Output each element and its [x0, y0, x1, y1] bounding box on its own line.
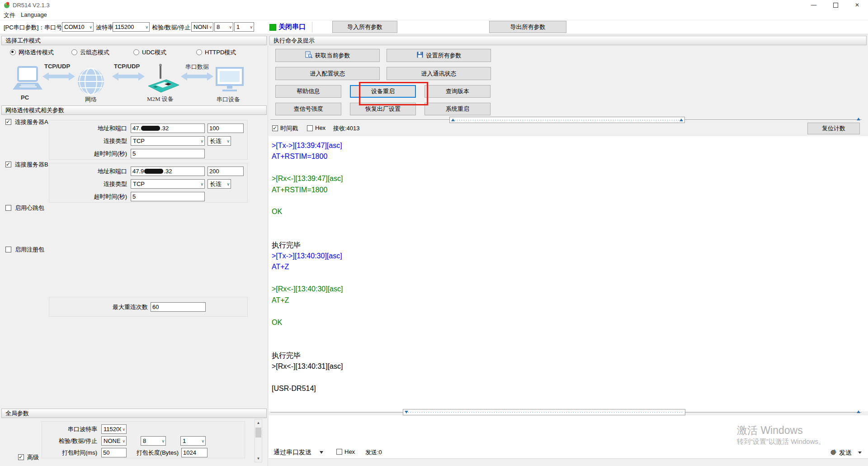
log-line: >[Tx->][13:40:30][asc]	[272, 251, 343, 262]
pack-length-input[interactable]: 1024	[181, 448, 208, 457]
heartbeat-checkbox[interactable]	[5, 205, 11, 211]
import-params-button[interactable]: 导入所有参数	[332, 21, 397, 33]
server-a-checkbox[interactable]	[5, 119, 11, 125]
global-databits-select[interactable]: 8∨	[141, 436, 166, 446]
log-line: 执行完毕	[272, 240, 343, 251]
stopbits-select[interactable]: 1∨	[234, 22, 254, 32]
server-a-timeout-label: 超时时间(秒)	[49, 150, 127, 158]
radio-cloud-mode[interactable]	[71, 49, 77, 55]
menu-language[interactable]: Language	[21, 11, 47, 18]
server-a-timeout-input[interactable]: 5	[131, 149, 205, 158]
baud-select[interactable]: 115200∨	[113, 22, 150, 32]
com-port-select[interactable]: COM10∨	[62, 22, 94, 32]
scroll-down-icon[interactable]: ▼	[255, 455, 262, 462]
server-a-address-input[interactable]: 47..32	[131, 124, 205, 133]
server-a-keepalive-select[interactable]: 长连∨	[208, 136, 231, 146]
sent-count: 发送:0	[365, 448, 382, 456]
log-line: AT+Z	[272, 295, 343, 306]
menu-file[interactable]: 文件	[4, 11, 15, 19]
system-restart-button[interactable]: 系统重启	[425, 103, 491, 115]
close-port-button[interactable]: 关闭串口	[278, 23, 306, 31]
send-caret-icon[interactable]	[858, 452, 862, 454]
windows-activation-watermark: 激活 Windows	[737, 423, 803, 437]
help-info-button[interactable]: 帮助信息	[275, 85, 341, 98]
server-b-timeout-input[interactable]: 5	[131, 192, 205, 201]
send-hex-checkbox[interactable]	[336, 449, 342, 455]
server-b-panel: 地址和端口 47.9.32 200 连接类型 TCP∨ 长连∨ 超时时间(秒) …	[49, 163, 248, 203]
chevron-down-icon: ∨	[122, 427, 125, 432]
server-b-type-select[interactable]: TCP∨	[131, 179, 205, 189]
set-params-button[interactable]: 设置所有参数	[387, 49, 491, 62]
databits-select[interactable]: 8∨	[214, 22, 233, 32]
global-parity-select[interactable]: NONE∨	[101, 436, 127, 446]
global-stopbits-select[interactable]: 1∨	[180, 436, 206, 446]
left-panel-scrollbar[interactable]: ▲ ▼	[255, 419, 262, 462]
arrow-pc-network-icon	[42, 71, 75, 83]
send-area: 通过串口发送 Hex 发送:0 发送 激活 Windows 转到“设置”以激活 …	[269, 415, 868, 458]
query-version-button[interactable]: 查询版本	[425, 85, 491, 98]
global-baud-select[interactable]: 115200∨	[101, 424, 127, 434]
slider-thumb-icon[interactable]	[405, 411, 408, 414]
radio-udc-label[interactable]: UDC模式	[142, 48, 166, 57]
register-label: 启用注册包	[15, 246, 44, 254]
server-b-address-input[interactable]: 47.9.32	[131, 166, 205, 176]
parity-data-stop-label: 检验/数据/停止	[152, 24, 190, 32]
maximize-button[interactable]	[825, 0, 846, 10]
log-line: >[Rx<-][13:40:31][asc]	[272, 361, 343, 372]
close-button[interactable]: ✕	[846, 0, 868, 10]
node-label-pc: PC	[21, 94, 29, 101]
top-splitter-handle[interactable]	[449, 117, 685, 123]
panel-divider	[268, 34, 268, 466]
radio-net-transparent-mode[interactable]	[10, 49, 16, 55]
parity-select[interactable]: NONI∨	[191, 22, 213, 32]
send-button[interactable]: 发送	[839, 449, 852, 457]
slider-right-thumb-icon[interactable]	[679, 119, 683, 121]
max-reconnect-input[interactable]: 60	[151, 302, 206, 312]
chevron-down-icon: ∨	[209, 25, 212, 29]
server-a-type-select[interactable]: TCP∨	[131, 136, 205, 146]
bottom-splitter-handle[interactable]	[403, 409, 685, 415]
send-via-dropdown[interactable]: 通过串口发送	[274, 448, 311, 456]
radio-cloud-label[interactable]: 云组态模式	[80, 48, 109, 57]
get-params-button[interactable]: 获取当前参数	[275, 49, 380, 62]
server-b-checkbox[interactable]	[5, 162, 11, 167]
m2m-device-icon	[146, 62, 181, 96]
bottom-strip	[269, 458, 868, 466]
send-icon[interactable]	[830, 449, 837, 457]
log-line	[272, 273, 343, 284]
minimize-button[interactable]: —	[803, 0, 825, 10]
server-a-port-input[interactable]: 100	[208, 124, 244, 133]
link-label-tcp-udp-1: TCP/UDP	[44, 63, 70, 70]
chevron-down-icon: ∨	[200, 139, 203, 143]
register-checkbox[interactable]	[5, 247, 11, 252]
radio-httpd-label[interactable]: HTTPD模式	[205, 48, 236, 57]
recv-hex-label: Hex	[315, 124, 326, 131]
server-b-port-input[interactable]: 200	[208, 166, 244, 176]
server-a-addr-label: 地址和端口	[49, 124, 127, 133]
send-via-caret-icon[interactable]	[320, 451, 323, 454]
enter-config-button[interactable]: 进入配置状态	[275, 67, 380, 80]
advanced-checkbox[interactable]	[18, 454, 24, 460]
recv-hex-checkbox[interactable]	[307, 125, 313, 131]
server-b-keepalive-select[interactable]: 长连∨	[208, 179, 231, 189]
scroll-up-icon[interactable]: ▲	[255, 419, 262, 426]
send-hex-label: Hex	[344, 448, 355, 455]
reset-count-button[interactable]: 复位计数	[807, 123, 860, 134]
radio-httpd-mode[interactable]	[196, 49, 202, 55]
export-params-button[interactable]: 导出所有参数	[489, 21, 566, 33]
query-signal-button[interactable]: 查信号强度	[275, 103, 341, 115]
log-line	[272, 162, 343, 173]
log-output-area[interactable]: >[Tx->][13:39:47][asc]AT+RSTIM=1800 >[Rx…	[269, 136, 868, 411]
menu-bar: 文件 Language	[0, 10, 868, 20]
slider-end-mark-icon	[857, 410, 860, 413]
slider-left-thumb-icon[interactable]	[451, 119, 455, 121]
timestamp-checkbox[interactable]	[272, 125, 278, 131]
scrollbar-thumb[interactable]	[255, 428, 261, 437]
log-line: [USR-DR514]	[272, 383, 343, 394]
enter-comm-button[interactable]: 进入通讯状态	[387, 67, 491, 80]
chevron-down-icon: ∨	[250, 25, 253, 29]
radio-net-transparent-label[interactable]: 网络透传模式	[19, 48, 54, 57]
radio-udc-mode[interactable]	[133, 49, 139, 55]
slider-ticks	[408, 412, 684, 413]
chevron-down-icon: ∨	[145, 25, 148, 29]
